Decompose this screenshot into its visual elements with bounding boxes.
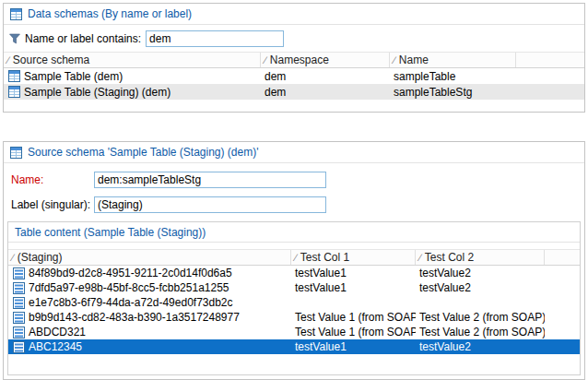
app-window: { "colors": { "title-blue": "#0d5aa7", "… xyxy=(0,0,588,380)
cell-test-col-1: testValue1 xyxy=(291,267,416,279)
cell-name: sampleTable xyxy=(390,70,516,83)
cell-text: Sample Table (Staging) (dem) xyxy=(24,86,171,99)
name-field-row: Name: xyxy=(11,171,584,189)
cell-text: 7dfd5a97-e98b-45bf-8cc5-fcbb251a1255 xyxy=(29,281,229,294)
cell-source-schema: Sample Table (dem) xyxy=(4,70,261,83)
content-row-5[interactable]: ABDCD321 Test Value 1 (from SOAP) Test V… xyxy=(8,325,580,339)
cell-key: 84f89bd9-d2c8-4951-9211-2c0d14f0d6a5 xyxy=(8,267,291,279)
cell-key: ABC12345 xyxy=(8,340,291,353)
column-header-label: (Staging) xyxy=(18,251,63,264)
cell-text: b9b9d143-cd82-483a-b390-1a3517248977 xyxy=(29,311,240,324)
label-singular-field[interactable] xyxy=(94,196,326,213)
cell-key: e1e7c8b3-6f79-44da-a72d-49ed0f73db2c xyxy=(8,296,291,309)
label-singular-label: Label (singular): xyxy=(11,198,94,211)
table-icon xyxy=(8,70,20,82)
schemas-table-header: ∕ Source schema ∕ Namespace ∕ Name xyxy=(4,52,584,68)
table-content-title: Table content (Sample Table (Staging)) xyxy=(15,226,206,239)
cell-text: ABC12345 xyxy=(29,340,82,353)
column-header-name[interactable]: ∕ Name xyxy=(390,53,516,67)
column-header-source-schema[interactable]: ∕ Source schema xyxy=(4,53,261,67)
content-row-3[interactable]: e1e7c8b3-6f79-44da-a72d-49ed0f73db2c xyxy=(8,295,580,310)
cell-test-col-2: testValue2 xyxy=(416,340,545,353)
record-icon xyxy=(13,327,25,338)
schemas-table: ∕ Source schema ∕ Namespace ∕ Name Sampl… xyxy=(4,52,584,100)
cell-test-col-2: testValue2 xyxy=(416,267,545,279)
cell-test-col-2: Test Value 2 (from SOAP) xyxy=(416,311,545,324)
content-row-1[interactable]: 84f89bd9-d2c8-4951-9211-2c0d14f0d6a5 tes… xyxy=(8,266,580,280)
cell-source-schema: Sample Table (Staging) (dem) xyxy=(4,86,261,99)
name-field[interactable] xyxy=(94,172,326,188)
data-schemas-header: Data schemas (By name or label) xyxy=(4,4,584,25)
cell-test-col-2: Test Value 2 (from SOAP) xyxy=(416,326,545,338)
cell-key: ABDCD321 xyxy=(8,326,291,338)
column-header-filler xyxy=(516,53,584,67)
column-header-test-col-1[interactable]: ∕ Test Col 1 xyxy=(291,250,416,265)
cell-test-col-1: Test Value 1 (from SOAP) xyxy=(291,311,416,324)
cell-name: sampleTableStg xyxy=(390,86,516,99)
column-header-label: Source schema xyxy=(13,53,89,66)
cell-test-col-1: Test Value 1 (from SOAP) xyxy=(291,326,416,338)
filter-input[interactable] xyxy=(146,30,284,47)
data-schemas-title: Data schemas (By name or label) xyxy=(28,7,192,20)
detail-panel-title: Source schema 'Sample Table (Staging) (d… xyxy=(28,146,258,159)
content-row-4[interactable]: b9b9d143-cd82-483a-b390-1a3517248977 Tes… xyxy=(8,310,580,325)
source-schema-detail-panel: Source schema 'Sample Table (Staging) (d… xyxy=(3,141,585,380)
column-header-test-col-2[interactable]: ∕ Test Col 2 xyxy=(416,250,545,265)
table-content-grid: ∕ (Staging) ∕ Test Col 1 ∕ Test Col 2 84… xyxy=(8,249,580,354)
record-icon xyxy=(13,297,25,309)
content-table-header: ∕ (Staging) ∕ Test Col 1 ∕ Test Col 2 xyxy=(8,249,580,266)
column-header-label: Namespace xyxy=(270,53,329,66)
sort-indicator-icon: ∕ xyxy=(12,252,14,263)
content-row-6-selected[interactable]: ABC12345 testValue1 testValue2 xyxy=(8,339,580,354)
name-label: Name: xyxy=(11,173,94,186)
column-header-label: Name xyxy=(399,53,429,66)
data-schemas-icon xyxy=(10,8,22,20)
cell-namespace: dem xyxy=(261,70,390,83)
column-header-filler xyxy=(545,250,580,265)
sort-indicator-icon: ∕ xyxy=(419,252,421,263)
cell-test-col-1: testValue1 xyxy=(291,281,416,294)
sort-indicator-icon: ∕ xyxy=(394,54,395,65)
record-icon xyxy=(13,267,25,279)
sort-indicator-icon: ∕ xyxy=(265,54,266,65)
sort-indicator-icon: ∕ xyxy=(295,252,297,263)
column-header-namespace[interactable]: ∕ Namespace xyxy=(261,53,390,67)
cell-text: Sample Table (dem) xyxy=(24,70,123,83)
table-icon xyxy=(8,86,20,98)
cell-test-col-1: testValue1 xyxy=(291,340,416,353)
label-singular-field-row: Label (singular): xyxy=(11,196,584,214)
source-schema-icon xyxy=(10,147,22,159)
table-content-header: Table content (Sample Table (Staging)) xyxy=(8,222,580,243)
cell-namespace: dem xyxy=(261,86,390,99)
filter-label: Name or label contains: xyxy=(25,32,141,45)
record-icon xyxy=(13,341,25,353)
record-icon xyxy=(13,282,25,294)
schema-row-sample-table[interactable]: Sample Table (dem) dem sampleTable xyxy=(4,68,584,84)
cell-text: 84f89bd9-d2c8-4951-9211-2c0d14f0d6a5 xyxy=(29,267,232,279)
detail-panel-header: Source schema 'Sample Table (Staging) (d… xyxy=(4,142,584,163)
column-header-label: Test Col 2 xyxy=(425,251,474,264)
cell-test-col-2: testValue2 xyxy=(416,281,545,294)
content-row-2[interactable]: 7dfd5a97-e98b-45bf-8cc5-fcbb251a1255 tes… xyxy=(8,280,580,295)
column-header-staging[interactable]: ∕ (Staging) xyxy=(8,250,291,265)
table-content-group: Table content (Sample Table (Staging)) ∕… xyxy=(7,221,581,375)
column-header-label: Test Col 1 xyxy=(300,251,349,264)
record-icon xyxy=(13,312,25,324)
filter-funnel-icon xyxy=(9,33,20,44)
schema-row-sample-table-staging[interactable]: Sample Table (Staging) (dem) dem sampleT… xyxy=(4,84,584,100)
schema-filter-row: Name or label contains: xyxy=(4,25,584,52)
data-schemas-panel: Data schemas (By name or label) Name or … xyxy=(3,3,585,113)
sort-indicator-icon: ∕ xyxy=(7,54,9,65)
cell-key: b9b9d143-cd82-483a-b390-1a3517248977 xyxy=(8,311,291,324)
cell-text: e1e7c8b3-6f79-44da-a72d-49ed0f73db2c xyxy=(29,296,233,309)
cell-key: 7dfd5a97-e98b-45bf-8cc5-fcbb251a1255 xyxy=(8,281,291,294)
cell-text: ABDCD321 xyxy=(29,326,86,338)
